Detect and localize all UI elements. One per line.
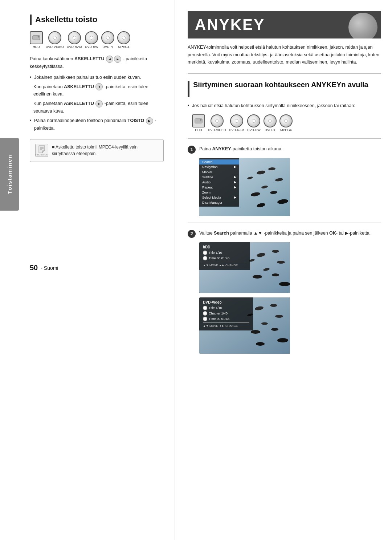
right-column: ANYKEY ANYKEY-toiminnolla voit helposti … [175, 0, 392, 540]
menu-disc-manager: Disc Manager [199, 200, 239, 205]
dvd-move-change: ▲▼ MOVE ◄► CHANGE [203, 324, 249, 328]
btn-prev-sub: ◄ [95, 83, 103, 90]
hdd-icon-box-2 [192, 114, 205, 127]
svg-point-8 [200, 119, 201, 121]
section-title-text: Askellettu toisto [35, 15, 97, 24]
dvd-ram-icon-2: DVD-RAM [229, 114, 244, 132]
btn-prev-inline: ◄ [106, 56, 113, 63]
hdd-label-2: HDD [195, 128, 202, 132]
hdd-clock-icon [203, 256, 207, 260]
note-svg [37, 145, 46, 154]
svg-point-37 [256, 342, 265, 346]
screenshot-3: DVD-Video Title 1/10 Chapter 1/40 Time 0… [199, 297, 290, 354]
dvd-ram-label: DVD-RAM [67, 45, 82, 49]
hdd-info-overlay-1: hDD Title 1/10 Time 00:01:45 ▲▼ MOVE ◄► … [199, 242, 250, 270]
bullet-2: Palaa normaalinopeuteen toistoon painama… [34, 117, 164, 132]
dvd-video-label-2: DVD-VIDEO [208, 128, 226, 132]
dvd-r-icon-2: DVD-R [264, 114, 277, 132]
dvd-r-disc [101, 31, 114, 44]
dvd-chapter-value: Chapter 1/40 [209, 312, 228, 315]
hdd-icon-box [30, 31, 43, 44]
menu-select-media: Select Media▶ [199, 195, 239, 200]
btn-next-sub: ► [95, 100, 103, 107]
btn-toisto: ▶ [146, 117, 153, 125]
svg-point-25 [253, 275, 262, 279]
sidebar-tab-label: Toistaminen [7, 154, 13, 194]
step-2-text: Valitse Search painamalla ▲▼ -painikkeit… [199, 230, 371, 237]
step-1-number: 1 [188, 146, 196, 154]
screenshot-1: Search Navigation▶ Marker Subtitle▶ Audi [199, 158, 290, 216]
mpeg4-icon: MPEG4 [117, 31, 130, 49]
hdd-disc-icon [203, 251, 207, 255]
hdd-svg [32, 34, 40, 41]
section-title2-text: Siirtyminen suoraan kohtaukseen ANYKEYn … [193, 80, 368, 89]
svg-rect-7 [195, 121, 202, 121]
left-column: Askellettu toisto HDD [19, 0, 175, 540]
dvd-rw-disc [85, 31, 98, 44]
note-box: HUOMATUS ■ Askellettu toisto toimii MPEG… [30, 139, 164, 162]
menu-audio: Audio▶ [199, 180, 239, 185]
menu-marker: Marker [199, 170, 239, 175]
hdd-label-overlay: hDD [203, 245, 246, 249]
hdd-icon: HDD [30, 31, 43, 49]
page-label: - Suomi [41, 265, 58, 271]
svg-point-26 [272, 273, 279, 276]
menu-navigation: Navigation▶ [199, 165, 239, 170]
mpeg4-disc [117, 31, 130, 44]
dvd-label-overlay: DVD-Video [203, 300, 249, 304]
dvd-r-label: DVD-R [103, 45, 113, 49]
hdd-title-value: Title 1/10 [209, 251, 222, 255]
step-1-text: Paina ANYKEY-painiketta toiston aikana. [199, 145, 282, 153]
page: Toistaminen Askellettu toisto [0, 0, 392, 540]
hdd-time-value: Time 00:01:45 [209, 256, 229, 260]
hdd-separator [203, 262, 246, 262]
note-text: ■ Askellettu toisto toimii MPEG4-levyill… [52, 144, 158, 157]
svg-point-30 [270, 304, 277, 307]
step-1-row: 1 Paina ANYKEY-painiketta toiston aikana… [188, 145, 381, 154]
hdd-move-change: ▲▼ MOVE ◄► CHANGE [203, 264, 246, 267]
dvd-video-icon: DVD-VIDEO [46, 31, 64, 49]
divider-3 [188, 223, 381, 223]
hdd-title-row: Title 1/10 [203, 251, 246, 255]
dvd-r-label-2: DVD-R [265, 128, 275, 132]
dvd-r-icon: DVD-R [101, 31, 114, 49]
intro-text: Paina kaukosäätimen ASKELLETTU ◄► - pain… [30, 55, 164, 70]
dvd-video-disc [48, 31, 61, 44]
svg-point-34 [251, 330, 260, 334]
anykey-desc: ANYKEY-toiminnolla voit helposti etsiä h… [188, 44, 381, 66]
hdd-label: HDD [33, 45, 40, 49]
step-2-number: 2 [188, 230, 196, 238]
mpeg4-icon-2: MPEG4 [279, 114, 293, 132]
hdd-icon-2: HDD [192, 114, 205, 132]
svg-point-36 [277, 338, 288, 342]
birds-bg-1: Search Navigation▶ Marker Subtitle▶ Audi [199, 158, 290, 216]
divider-1 [188, 73, 381, 74]
dvd-rw-label: DVD-RW [85, 45, 98, 49]
dvd-rw-icon: DVD-RW [85, 31, 98, 49]
disc-icons-row: HDD DVD-VIDEO DVD-RAM DVD-RW [30, 31, 164, 49]
sidebar-tab: Toistaminen [0, 138, 19, 211]
svg-point-2 [38, 36, 39, 37]
svg-point-32 [275, 315, 283, 318]
step-2-row: 2 Valitse Search painamalla ▲▼ -painikke… [188, 230, 381, 238]
section-title-siirtyminen: Siirtyminen suoraan kohtaukseen ANYKEYn … [188, 80, 381, 97]
svg-point-23 [277, 261, 285, 264]
mpeg4-label-2: MPEG4 [280, 128, 292, 132]
main-content: Askellettu toisto HDD [19, 0, 392, 540]
dvd-time-value: Time 00:01:45 [209, 317, 229, 321]
svg-point-21 [272, 250, 279, 253]
dvd-rw-label-2: DVD-RW [247, 128, 261, 132]
anykey-title: ANYKEY [195, 16, 265, 33]
svg-rect-1 [33, 38, 40, 38]
birds-bg-2: hDD Title 1/10 Time 00:01:45 ▲▼ MOVE ◄► … [199, 242, 290, 293]
screenshot-2: hDD Title 1/10 Time 00:01:45 ▲▼ MOVE ◄► … [199, 242, 290, 293]
menu-zoom: Zoom [199, 190, 239, 195]
dvd-clock-icon [203, 317, 207, 321]
anykey-menu-overlay: Search Navigation▶ Marker Subtitle▶ Audi [199, 158, 239, 207]
dvd-disc-icon-1 [203, 306, 207, 310]
section-title-askellettu: Askellettu toisto [30, 15, 164, 25]
svg-point-35 [271, 328, 278, 331]
menu-subtitle: Subtitle▶ [199, 175, 239, 180]
dvd-ram-icon: DVD-RAM [67, 31, 82, 49]
dvd-ram-disc [68, 31, 81, 44]
